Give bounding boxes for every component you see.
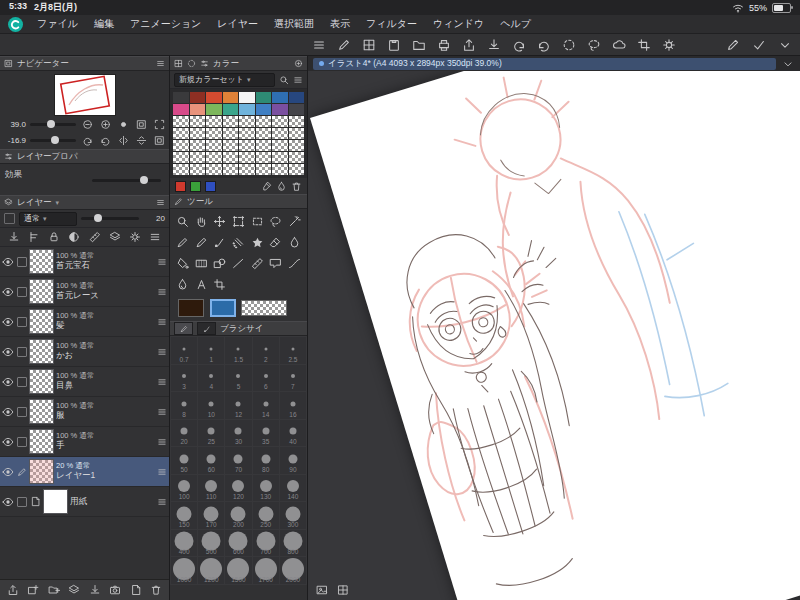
brush-size-1700[interactable]: 1700 [253, 557, 279, 584]
transparent-swatch[interactable] [272, 140, 288, 151]
layer-checkbox[interactable] [17, 347, 27, 357]
color-swatch-r2-3[interactable] [223, 104, 239, 115]
navigator-rotate-left-icon[interactable] [82, 135, 93, 146]
layer-visibility-eye-icon[interactable] [2, 256, 14, 268]
transparent-swatch[interactable] [289, 140, 305, 151]
tool-brush[interactable] [210, 233, 229, 252]
menu-item-6[interactable]: フィルター [358, 15, 425, 33]
transparent-swatch[interactable] [190, 128, 206, 139]
tool-select[interactable] [248, 212, 267, 231]
tool-pencil[interactable] [192, 233, 211, 252]
layer-toolbar-mask-icon[interactable] [68, 231, 80, 243]
transparent-swatch[interactable] [272, 152, 288, 163]
layer-checkbox[interactable] [17, 497, 27, 507]
brush-size-1200[interactable]: 1200 [198, 557, 224, 584]
navigator-fit-icon[interactable] [154, 135, 165, 146]
layer-thumbnail[interactable] [30, 250, 53, 273]
brush-size-10[interactable]: 10 [198, 392, 224, 419]
brush-size-7[interactable]: 7 [280, 365, 306, 392]
canvas-grid-icon[interactable] [337, 584, 349, 596]
color-swatch-r2-1[interactable] [190, 104, 206, 115]
layer-row-手[interactable]: 100 % 通常手 [0, 427, 169, 457]
tool-blend[interactable] [285, 233, 304, 252]
transparent-swatch[interactable] [256, 164, 272, 175]
transparent-swatch[interactable] [206, 140, 222, 151]
layer-visibility-eye-icon[interactable] [2, 466, 14, 478]
layer-opacity-slider[interactable] [81, 217, 139, 220]
transparent-swatch[interactable] [173, 164, 189, 175]
layer-toolbar-menu-icon[interactable] [149, 231, 161, 243]
layer-row-menu-icon[interactable] [157, 497, 167, 507]
layer-toolbar-gear-icon[interactable] [129, 231, 141, 243]
brush-size-150[interactable]: 150 [171, 502, 197, 529]
layer-visibility-eye-icon[interactable] [2, 286, 14, 298]
canvas-viewport[interactable] [308, 71, 800, 600]
transparent-swatch[interactable] [239, 140, 255, 151]
navigator-flip-v-icon[interactable] [136, 135, 147, 146]
navigator-thumbnail[interactable] [55, 75, 115, 115]
layer-thumbnail[interactable] [30, 430, 53, 453]
tool-droplet[interactable] [173, 275, 192, 294]
tool-correction[interactable] [285, 254, 304, 273]
tool-line[interactable] [229, 254, 248, 273]
layer-row-menu-icon[interactable] [157, 377, 167, 387]
transparent-swatch[interactable] [239, 164, 255, 175]
toolbar-grid-icon[interactable] [362, 38, 376, 52]
layer-thumbnail[interactable] [30, 280, 53, 303]
transparent-swatch[interactable] [272, 116, 288, 127]
transparent-swatch[interactable] [173, 116, 189, 127]
menu-item-3[interactable]: レイヤー [209, 15, 266, 33]
transparent-swatch[interactable] [190, 140, 206, 151]
tool-fill[interactable] [173, 254, 192, 273]
layer-checkbox[interactable] [17, 377, 27, 387]
transparent-swatch[interactable] [256, 128, 272, 139]
brush-size-120[interactable]: 120 [225, 475, 251, 502]
tool-hand[interactable] [192, 212, 211, 231]
brush-size-500[interactable]: 500 [198, 530, 224, 557]
brush-size-300[interactable]: 300 [280, 502, 306, 529]
navigator-menu-icon[interactable] [156, 59, 165, 68]
expression-color-slider[interactable] [92, 179, 161, 182]
toolbar-cloud-icon[interactable] [612, 38, 626, 52]
layer-checkbox[interactable] [17, 437, 27, 447]
navigator-fit-icon[interactable] [136, 119, 147, 130]
layer-checkbox[interactable] [17, 407, 27, 417]
brush-size-1000[interactable]: 1000 [171, 557, 197, 584]
brush-size-400[interactable]: 400 [171, 530, 197, 557]
color-swatch-r2-5[interactable] [256, 104, 272, 115]
brush-size-1500[interactable]: 1500 [225, 557, 251, 584]
transparent-swatch[interactable] [206, 116, 222, 127]
transparent-swatch[interactable] [173, 152, 189, 163]
layer-row-menu-icon[interactable] [157, 347, 167, 357]
navigator-zoom-slider[interactable] [30, 123, 76, 126]
clip-studio-logo-icon[interactable] [8, 17, 23, 32]
tool-text[interactable] [192, 275, 211, 294]
transparent-swatch[interactable] [256, 116, 272, 127]
brush-size-5[interactable]: 5 [225, 365, 251, 392]
transparent-swatch[interactable] [206, 128, 222, 139]
color-swatch-r1-3[interactable] [223, 92, 239, 103]
tool-wand[interactable] [285, 212, 304, 231]
transparent-swatch[interactable] [206, 164, 222, 175]
tool-pen[interactable] [173, 233, 192, 252]
color-swatch-r2-4[interactable] [239, 104, 255, 115]
transparent-color-swatch[interactable] [242, 301, 286, 315]
brush-size-130[interactable]: 130 [253, 475, 279, 502]
recent-color-chip-1[interactable] [190, 181, 201, 192]
layer-row-服[interactable]: 100 % 通常服 [0, 397, 169, 427]
brush-size-100[interactable]: 100 [171, 475, 197, 502]
transparent-swatch[interactable] [272, 164, 288, 175]
tool-lasso[interactable] [267, 212, 286, 231]
transparent-swatch[interactable] [289, 152, 305, 163]
tool-crop[interactable] [210, 275, 229, 294]
toolbar-check-icon[interactable] [752, 38, 766, 52]
transparent-swatch[interactable] [223, 164, 239, 175]
main-color-swatch[interactable] [178, 299, 204, 317]
transparent-swatch[interactable] [239, 116, 255, 127]
brush-size-2000[interactable]: 2000 [280, 557, 306, 584]
color-tab-grid-icon[interactable] [174, 59, 183, 68]
layer-row-首元レース[interactable]: 100 % 通常首元レース [0, 277, 169, 307]
toolbar-lasso-icon[interactable] [587, 38, 601, 52]
layer-bottom-newfolder-icon[interactable] [48, 584, 60, 596]
toolbar-undo-icon[interactable] [512, 38, 526, 52]
